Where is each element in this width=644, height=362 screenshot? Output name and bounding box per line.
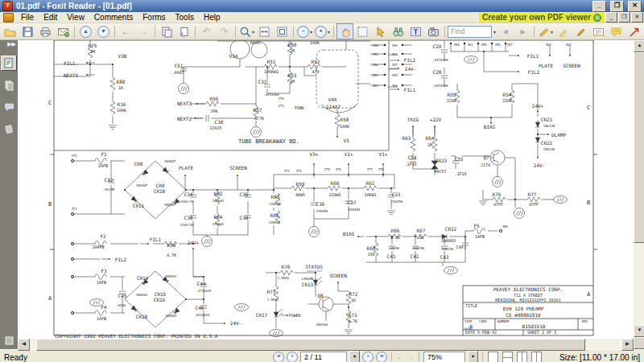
restore-button[interactable]: ❐	[610, 1, 624, 12]
arrow-annotation-button[interactable]	[625, 23, 642, 39]
zoom-level-input[interactable]: 75%	[423, 352, 465, 362]
single-page-layout-button[interactable]	[488, 352, 498, 362]
find-previous-button[interactable]: ◀	[497, 23, 514, 39]
pen-annotation-button[interactable]	[572, 23, 589, 39]
snapshot-icon	[357, 26, 369, 38]
svg-text:FIL1.: FIL1.	[64, 60, 78, 66]
svg-text:CR14: CR14	[137, 275, 149, 281]
svg-text:+22V: +22V	[430, 117, 442, 122]
document-menu-icon[interactable]	[3, 13, 14, 23]
svg-text:C28: C28	[433, 69, 442, 75]
fit-page-button[interactable]	[274, 23, 291, 39]
zoom-in-button[interactable]: +▾	[314, 23, 331, 39]
promo-banner-text: Create your own PDF viewer	[482, 13, 591, 22]
svg-text:220W1: 220W1	[328, 192, 341, 197]
print-button[interactable]	[37, 23, 54, 39]
next-view-button[interactable]: →	[135, 23, 152, 39]
redo-button[interactable]: ↷	[216, 23, 233, 39]
minimize-button[interactable]: _	[592, 1, 606, 12]
scroll-right-icon[interactable]: ▶	[621, 339, 634, 351]
text-select-button[interactable]	[407, 23, 424, 39]
zoom-tool-button[interactable]: ▾	[238, 23, 255, 39]
sidebar-attachments-button[interactable]	[2, 122, 16, 136]
search-button[interactable]	[390, 23, 407, 39]
scroll-left-icon[interactable]: ◀	[18, 339, 30, 351]
horizontal-scrollbar[interactable]: ◀ ▶	[18, 339, 634, 349]
svg-text:C43: C43	[440, 254, 449, 260]
note-button[interactable]	[608, 23, 625, 39]
find-next-button[interactable]: ▶	[514, 23, 531, 39]
svg-text:C55: C55	[455, 156, 464, 162]
sidebar-properties-button[interactable]	[2, 334, 16, 348]
child-minimize-button[interactable]: _	[605, 12, 617, 23]
svg-text:15K: 15K	[367, 252, 374, 257]
next-page-button[interactable]: ›	[362, 352, 374, 362]
open-button[interactable]	[2, 23, 19, 39]
scroll-down-icon[interactable]: ▼	[634, 325, 644, 337]
pencil-annotation-button[interactable]: ▾	[537, 23, 554, 39]
scroll-up-icon[interactable]: ▲	[634, 40, 644, 52]
export-page-button[interactable]	[175, 23, 192, 39]
page-number-input[interactable]: 2 / 11	[300, 352, 347, 362]
page-down-button[interactable]: ▼	[95, 23, 112, 39]
camera-button[interactable]	[425, 23, 442, 39]
import-page-button[interactable]	[158, 23, 175, 39]
child-restore-button[interactable]: ❐	[618, 12, 630, 23]
fit-width-button[interactable]	[256, 23, 273, 39]
save-button[interactable]	[19, 23, 36, 39]
sidebar-bookmarks-button[interactable]	[1, 56, 17, 71]
svg-text:1N4148: 1N4148	[543, 124, 555, 128]
svg-text:DLAMP: DLAMP	[551, 132, 566, 138]
last-page-button[interactable]: »	[376, 352, 387, 362]
page-up-button[interactable]: ▲	[77, 23, 94, 39]
previous-page-button[interactable]: ‹	[287, 352, 298, 362]
select-tool-button[interactable]	[372, 23, 389, 39]
sidebar-expand-icon[interactable]: ▶▶	[7, 41, 18, 47]
vertical-scrollbar[interactable]: ▲ ▼	[634, 40, 644, 349]
first-page-button[interactable]: «	[273, 352, 284, 362]
zoom-out-button[interactable]: −▾	[296, 23, 313, 39]
menu-file[interactable]: File	[16, 13, 39, 22]
facing-layout-button[interactable]	[517, 352, 527, 362]
close-button[interactable]: ✕	[628, 1, 642, 12]
menu-help[interactable]: Help	[199, 13, 225, 22]
menu-forms[interactable]: Forms	[138, 13, 170, 22]
document-page[interactable]: R751MV3BV3AFIL1.NEXT5R801KR16100KC61.004…	[18, 40, 634, 339]
find-input[interactable]: Find	[448, 26, 492, 38]
status-forward-icon[interactable]: →	[407, 352, 415, 362]
pen-icon	[575, 26, 587, 38]
menu-edit[interactable]: Edit	[39, 13, 62, 22]
snapshot-button[interactable]	[354, 23, 371, 39]
sidebar-pages-button[interactable]	[2, 79, 16, 93]
hand-tool-button[interactable]	[336, 23, 353, 39]
svg-text:C42: C42	[411, 253, 419, 259]
previous-view-button[interactable]: ←	[118, 23, 134, 39]
zoom-tool-dropdown-icon[interactable]: ▾	[252, 29, 254, 35]
svg-text:24V-: 24V-	[230, 320, 242, 326]
page-dropdown-icon[interactable]: ▾	[349, 351, 360, 362]
zoom-dropdown-icon[interactable]: ▾	[468, 351, 478, 362]
find-dropdown-icon[interactable]: ▾	[493, 29, 496, 35]
continuous-facing-layout-button[interactable]	[531, 352, 542, 362]
continuous-layout-button[interactable]	[502, 352, 513, 362]
svg-text:C39: C39	[240, 215, 249, 220]
typewriter-button[interactable]	[590, 23, 607, 39]
zoom-out-dropdown-icon[interactable]: ▾	[310, 29, 312, 35]
email-button[interactable]	[55, 23, 72, 39]
status-back-icon[interactable]: ←	[396, 352, 404, 362]
zoom-in-dropdown-icon[interactable]: ▾	[328, 29, 330, 35]
pencil-dropdown-icon[interactable]: ▾	[551, 29, 553, 35]
menu-comments[interactable]: Comments	[89, 13, 138, 22]
menu-tools[interactable]: Tools	[171, 13, 199, 22]
svg-text:1AFB: 1AFB	[97, 316, 106, 321]
undo-button[interactable]: ↶	[198, 23, 215, 39]
horizontal-scroll-thumb[interactable]	[36, 339, 585, 351]
svg-text:C34: C34	[184, 191, 193, 197]
child-close-button[interactable]: ✕	[631, 12, 643, 23]
promo-banner[interactable]: Create your own PDF viewer	[479, 13, 605, 23]
menu-view[interactable]: View	[62, 13, 89, 22]
highlighter-button[interactable]	[555, 23, 572, 39]
sidebar-comments-button[interactable]	[2, 101, 16, 114]
vertical-scroll-thumb[interactable]	[634, 52, 644, 243]
svg-text:220KW1: 220KW1	[213, 222, 225, 226]
